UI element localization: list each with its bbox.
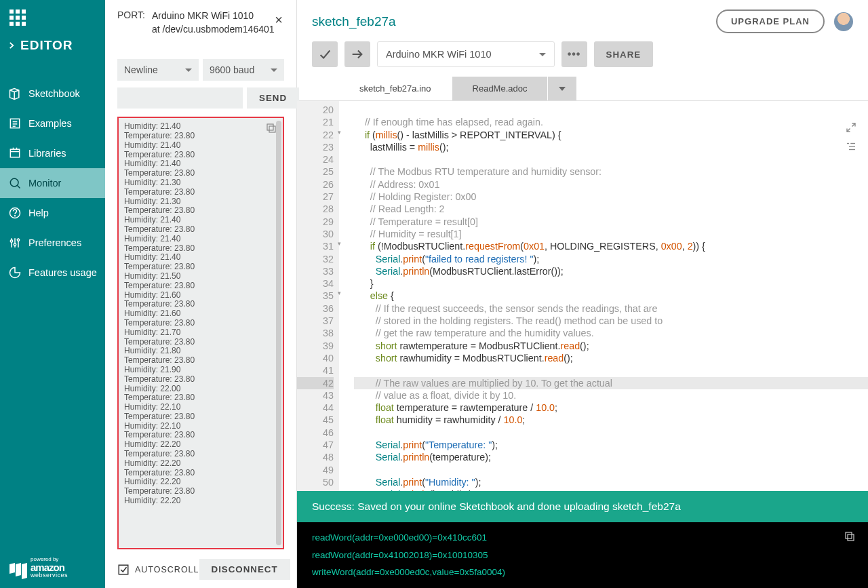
apps-grid-icon[interactable] xyxy=(9,9,105,26)
copy-icon[interactable] xyxy=(844,530,856,549)
upgrade-plan-button[interactable]: UPGRADE PLAN xyxy=(716,9,825,33)
nav-label: Monitor xyxy=(28,178,61,189)
baud-select[interactable]: 9600 baud xyxy=(203,59,284,81)
svg-line-9 xyxy=(17,185,20,188)
nav-label: Preferences xyxy=(28,237,81,248)
nav-label: Libraries xyxy=(28,148,66,159)
nav-preferences[interactable]: Preferences xyxy=(0,228,105,258)
svg-rect-4 xyxy=(10,149,19,157)
editor-tabs: sketch_feb27a.ino ReadMe.adoc xyxy=(297,77,868,101)
serial-send-input[interactable] xyxy=(117,87,243,109)
console-output: readWord(addr=0xe000ed00)=0x410cc601read… xyxy=(297,522,868,588)
svg-line-23 xyxy=(847,129,850,132)
tabs-dropdown[interactable] xyxy=(548,77,576,100)
port-label: PORT: xyxy=(117,9,145,36)
monitor-panel: × PORT: Arduino MKR WiFi 1010 at /dev/cu… xyxy=(105,0,297,588)
tab-readme[interactable]: ReadMe.adoc xyxy=(452,77,548,100)
svg-line-22 xyxy=(852,123,856,127)
outline-icon[interactable] xyxy=(845,140,857,153)
svg-rect-20 xyxy=(119,565,128,574)
status-bar: Success: Saved on your online Sketchbook… xyxy=(297,491,868,522)
line-ending-select[interactable]: Newline xyxy=(117,59,199,81)
autoscroll-checkbox[interactable]: AUTOSCROLL xyxy=(117,564,199,576)
brand-label: EDITOR xyxy=(20,38,73,53)
nav-libraries[interactable]: Libraries xyxy=(0,138,105,168)
nav-examples[interactable]: Examples xyxy=(0,109,105,138)
scrollbar[interactable] xyxy=(276,121,281,545)
nav-label: Sketchbook xyxy=(28,88,80,99)
chevron-down-icon xyxy=(539,53,546,56)
port-path: at /dev/cu.usbmodem146401 xyxy=(152,23,275,37)
nav-label: Help xyxy=(28,208,49,218)
svg-rect-18 xyxy=(269,126,275,132)
svg-rect-28 xyxy=(846,532,852,538)
send-button[interactable]: SEND xyxy=(247,87,299,109)
svg-rect-27 xyxy=(848,534,854,541)
disconnect-button[interactable]: DISCONNECT xyxy=(199,559,290,580)
nav-monitor[interactable]: Monitor xyxy=(0,168,105,198)
sidebar: EDITOR Sketchbook Examples Libraries Mon… xyxy=(0,0,105,588)
code-editor[interactable]: 2021222324252627282930313233343536373839… xyxy=(297,101,868,491)
serial-output: Humidity: 21.40 Temperature: 23.80 Humid… xyxy=(117,117,284,549)
chevron-down-icon xyxy=(271,68,277,72)
aws-logo: powered byamazonwebservices xyxy=(9,557,96,579)
port-board: Arduino MKR WiFi 1010 xyxy=(152,9,275,23)
expand-icon[interactable] xyxy=(845,121,857,134)
avatar[interactable] xyxy=(834,12,853,31)
nav-sketchbook[interactable]: Sketchbook xyxy=(0,79,105,109)
svg-point-11 xyxy=(15,216,16,216)
svg-point-8 xyxy=(10,178,18,187)
share-button[interactable]: SHARE xyxy=(594,41,654,67)
close-icon[interactable]: × xyxy=(275,12,283,28)
verify-button[interactable] xyxy=(312,41,338,67)
port-info: Arduino MKR WiFi 1010 at /dev/cu.usbmode… xyxy=(152,9,275,36)
nav-label: Examples xyxy=(28,118,72,129)
svg-point-16 xyxy=(14,243,16,246)
more-menu-button[interactable]: ••• xyxy=(561,41,587,67)
upload-button[interactable] xyxy=(344,41,370,67)
svg-point-15 xyxy=(10,240,12,242)
chevron-down-icon xyxy=(185,68,192,72)
svg-rect-19 xyxy=(267,124,273,130)
svg-point-17 xyxy=(17,239,19,241)
board-select[interactable]: Arduino MKR WiFi 1010 xyxy=(377,41,555,67)
tab-sketch-ino[interactable]: sketch_feb27a.ino xyxy=(339,77,452,100)
chevron-down-icon xyxy=(559,87,566,91)
editor-brand: EDITOR xyxy=(7,38,105,53)
sketch-name[interactable]: sketch_feb27a xyxy=(312,14,396,29)
editor-area: sketch_feb27a UPGRADE PLAN Arduino MKR W… xyxy=(297,0,868,588)
nav-label: Features usage xyxy=(28,267,97,278)
nav-help[interactable]: Help xyxy=(0,198,105,228)
nav-features-usage[interactable]: Features usage xyxy=(0,258,105,288)
